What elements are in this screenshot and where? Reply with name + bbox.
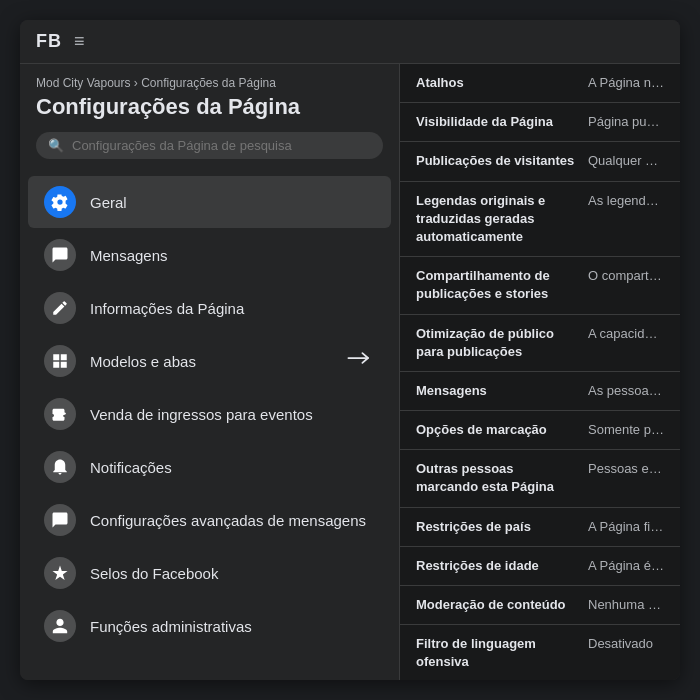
settings-label: Visibilidade da Página [416,113,576,131]
sidebar-item-informacoes[interactable]: Informações da Página [28,282,391,334]
settings-value: A Página fica vi [588,518,664,536]
settings-value: Somente pesso [588,421,664,439]
table-row[interactable]: Moderação de conteúdoNenhuma palav [400,586,680,625]
arrow-indicator [347,346,375,376]
settings-label: Restrições de idade [416,557,576,575]
sidebar-item-modelos[interactable]: Modelos e abas [28,335,391,387]
modelos-nav-label: Modelos e abas [90,353,337,370]
table-row[interactable]: MensagensAs pessoas pod [400,372,680,411]
settings-value: A Página é mos [588,557,664,575]
venda-nav-icon [44,398,76,430]
sidebar-header: Mod City Vapours › Configurações da Pági… [20,64,399,175]
right-panel: AtalhosA Página não esVisibilidade da Pá… [400,64,680,680]
settings-value: Página publicad [588,113,664,131]
settings-label: Legendas originais e traduzidas geradas … [416,192,576,247]
table-row[interactable]: Outras pessoas marcando esta PáginaPesso… [400,450,680,507]
fb-logo: FB [36,31,62,52]
table-row[interactable]: Filtro de linguagem ofensivaDesativado [400,625,680,680]
funcoes-nav-icon [44,610,76,642]
config-mensagens-nav-label: Configurações avançadas de mensagens [90,512,375,529]
modelos-nav-icon [44,345,76,377]
breadcrumb-separator: › [130,76,141,90]
settings-label: Atalhos [416,74,576,92]
breadcrumb-section: Configurações da Página [141,76,276,90]
settings-label: Opções de marcação [416,421,576,439]
notificacoes-nav-label: Notificações [90,459,375,476]
sidebar-item-config-mensagens[interactable]: Configurações avançadas de mensagens [28,494,391,546]
funcoes-nav-label: Funções administrativas [90,618,375,635]
table-row[interactable]: Legendas originais e traduzidas geradas … [400,182,680,258]
mensagens-nav-icon [44,239,76,271]
geral-nav-label: Geral [90,194,375,211]
sidebar-item-selos[interactable]: Selos do Facebook [28,547,391,599]
settings-label: Compartilhamento de publicações e storie… [416,267,576,303]
topbar: FB ≡ [20,20,680,64]
table-row[interactable]: AtalhosA Página não es [400,64,680,103]
settings-label: Restrições de país [416,518,576,536]
settings-value: A Página não es [588,74,664,92]
geral-nav-icon [44,186,76,218]
settings-value: Desativado [588,635,664,653]
settings-value: O compartilham [588,267,664,285]
informacoes-nav-icon [44,292,76,324]
settings-value: A capacidade d [588,325,664,343]
page-title: Configurações da Página [36,94,383,120]
search-input[interactable] [72,138,371,153]
nav-list: GeralMensagensInformações da PáginaModel… [20,175,399,653]
mensagens-nav-label: Mensagens [90,247,375,264]
breadcrumb-page[interactable]: Mod City Vapours [36,76,130,90]
sidebar-item-funcoes[interactable]: Funções administrativas [28,600,391,652]
search-icon: 🔍 [48,138,64,153]
table-row[interactable]: Opções de marcaçãoSomente pesso [400,411,680,450]
sidebar-item-mensagens[interactable]: Mensagens [28,229,391,281]
settings-label: Publicações de visitantes [416,152,576,170]
sidebar-item-venda[interactable]: Venda de ingressos para eventos [28,388,391,440]
settings-value: Pessoas e outra [588,460,664,478]
sidebar-item-geral[interactable]: Geral [28,176,391,228]
breadcrumb: Mod City Vapours › Configurações da Pági… [36,76,383,90]
settings-value: As pessoas pod [588,382,664,400]
selos-nav-label: Selos do Facebook [90,565,375,582]
settings-table: AtalhosA Página não esVisibilidade da Pá… [400,64,680,680]
notificacoes-nav-icon [44,451,76,483]
settings-value: Nenhuma palav [588,596,664,614]
settings-value: Qualquer pesso Qualquer pesso [588,152,664,170]
venda-nav-label: Venda de ingressos para eventos [90,406,375,423]
table-row[interactable]: Compartilhamento de publicações e storie… [400,257,680,314]
table-row[interactable]: Restrições de idadeA Página é mos [400,547,680,586]
settings-label: Moderação de conteúdo [416,596,576,614]
search-box[interactable]: 🔍 [36,132,383,159]
settings-label: Mensagens [416,382,576,400]
selos-nav-icon [44,557,76,589]
settings-value: As legendas ge [588,192,664,210]
settings-label: Otimização de público para publicações [416,325,576,361]
table-row[interactable]: Restrições de paísA Página fica vi [400,508,680,547]
config-mensagens-nav-icon [44,504,76,536]
settings-label: Filtro de linguagem ofensiva [416,635,576,671]
menu-icon[interactable]: ≡ [74,31,85,52]
settings-label: Outras pessoas marcando esta Página [416,460,576,496]
informacoes-nav-label: Informações da Página [90,300,375,317]
table-row[interactable]: Otimização de público para publicaçõesA … [400,315,680,372]
table-row[interactable]: Visibilidade da PáginaPágina publicad [400,103,680,142]
table-row[interactable]: Publicações de visitantesQualquer pesso … [400,142,680,181]
sidebar-item-notificacoes[interactable]: Notificações [28,441,391,493]
sidebar: Mod City Vapours › Configurações da Pági… [20,64,400,680]
